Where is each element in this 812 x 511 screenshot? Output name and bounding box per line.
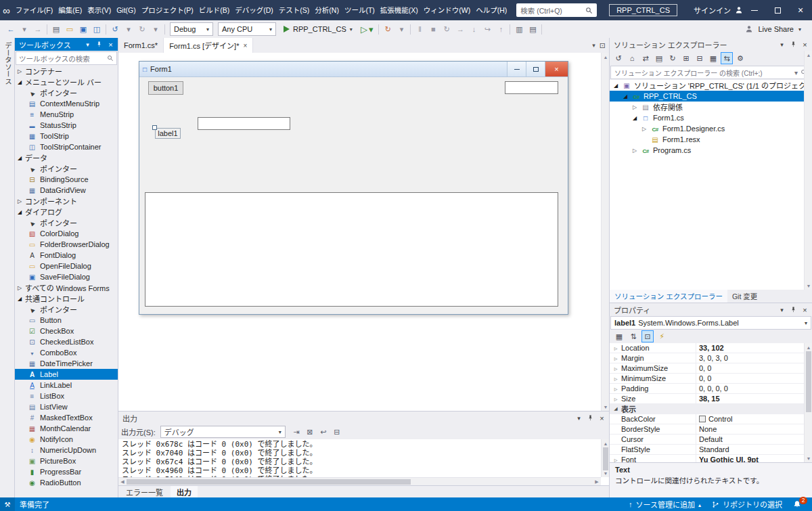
window-position-icon[interactable] [83,41,92,48]
step-out-icon[interactable]: ↑ [494,22,508,36]
switch-views-icon[interactable]: ⇄ [639,52,652,64]
output-horizontal-scrollbar[interactable]: ◀ ▶ [118,477,601,485]
solution-explorer-scrollbar[interactable]: ▲ ▼ [804,51,812,290]
selection-handle[interactable] [152,125,157,130]
designer-label1[interactable]: label1 [155,128,181,139]
pin-icon[interactable] [586,415,595,421]
menu-item[interactable]: ツール(T) [342,0,378,20]
solution-configuration-combobox[interactable]: Debug [170,22,213,36]
show-all-files-icon[interactable]: ▦ [707,52,719,64]
toolbox-item-contextmenustrip[interactable]: ContextMenuStrip [15,98,118,109]
prop-row-minimumsize[interactable]: MinimumSize 0, 0 [610,374,804,384]
collapse-messages-icon[interactable]: ⊟ [331,426,343,438]
hot-reload-icon[interactable]: ↻ [381,22,394,36]
close-icon[interactable] [106,41,115,49]
tree-node-project[interactable]: RPP_CTRL_CS [610,91,812,102]
navigate-back-icon[interactable]: ← [4,22,18,36]
pin-icon[interactable] [789,307,798,313]
toolbox-item-datagridview[interactable]: DataGridView [15,185,118,196]
start-debugging-button[interactable]: RPP_CTRL_CS [279,22,357,37]
toolbox-item-pointer[interactable]: ポインター [15,304,118,315]
expander-icon[interactable] [633,104,640,110]
expander-icon[interactable] [612,376,620,381]
tab-solution-explorer[interactable]: ソリューション エクスプローラー [610,290,727,303]
toolbox-item-monthcalendar[interactable]: MonthCalendar [15,423,118,434]
expander-icon[interactable] [612,386,620,391]
undo-icon[interactable]: ↺ [108,22,122,36]
refresh-icon[interactable]: ↻ [667,52,679,64]
navigate-forward-icon[interactable]: → [31,22,45,36]
notifications-button[interactable]: 2 [793,500,801,508]
toolbox-item-checkedlistbox[interactable]: CheckedListBox [15,336,118,347]
alphabetical-icon[interactable]: ⇅ [627,330,639,342]
toolbox-item-notifyicon[interactable]: NotifyIcon [15,434,118,445]
prop-category-display[interactable]: 表示 [610,404,804,414]
menu-item[interactable]: ビルド(B) [196,0,233,20]
maximize-button[interactable] [766,0,789,20]
properties-scrollbar[interactable]: ▲ ▼ [804,343,812,462]
sign-in-button[interactable]: サインイン [694,5,743,16]
menu-item[interactable]: Git(G) [114,0,139,20]
prop-row-location[interactable]: Location 33, 102 [610,343,804,353]
scroll-down-icon[interactable]: ▼ [602,403,609,411]
pin-icon[interactable] [95,41,104,47]
close-icon[interactable] [597,414,606,422]
expander-icon[interactable] [612,458,620,462]
global-search-input[interactable]: 検索 (Ctrl+Q) [516,3,597,17]
sync-active-document-icon[interactable]: ⇆ [721,52,733,64]
toolbox-item-combobox[interactable]: ComboBox [15,347,118,358]
open-folder-icon[interactable]: ▭ [63,22,76,36]
scrollbar-thumb[interactable] [603,447,608,470]
home-icon[interactable]: ⌂ [626,52,638,64]
select-repository-button[interactable]: リポジトリの選択 [712,499,782,510]
data-sources-tab[interactable]: データソース [3,38,14,85]
window-options-icon[interactable] [600,41,606,50]
restart-icon[interactable]: ↻ [440,22,453,36]
menu-item[interactable]: デバッグ(D) [232,0,276,20]
toolbox-category-dialogs[interactable]: ダイアログ [15,206,118,217]
close-icon[interactable] [800,306,809,314]
menu-item[interactable]: 分析(N) [312,0,342,20]
menu-item[interactable]: 編集(E) [55,0,85,20]
new-project-icon[interactable]: ▤ [49,22,63,36]
toolbox-category-menus-toolbars[interactable]: メニューとツール バー [15,76,118,87]
nest-files-icon[interactable]: ⊞ [680,52,692,64]
menu-item[interactable]: ヘルプ(H) [473,0,510,20]
designer-textbox-top-right[interactable] [505,81,558,94]
toolbox-category-all-windows-forms[interactable]: すべての Windows Forms [15,282,118,293]
toolbox-item-picturebox[interactable]: PictureBox [15,456,118,466]
close-button[interactable] [789,0,812,20]
menu-item[interactable]: プロジェクト(P) [139,0,196,20]
toolbox-item-folderbrowserdialog[interactable]: FolderBrowserDialog [15,239,118,250]
prop-row-font[interactable]: Font Yu Gothic UI, 9pt [610,455,804,462]
tree-node-form1-designer[interactable]: Form1.Designer.cs [610,123,812,134]
save-all-icon[interactable]: ◫ [90,22,104,36]
toolbox-category-components[interactable]: コンポーネント [15,196,118,206]
start-without-debugging-button[interactable] [358,24,376,35]
step-over-icon[interactable]: ↪ [480,22,494,36]
menu-item[interactable]: ファイル(F) [13,0,55,20]
properties-view-icon[interactable]: ⊡ [641,330,654,342]
expander-icon[interactable] [612,397,620,401]
toolbox-item-colordialog[interactable]: ColorDialog [15,228,118,239]
toolbox-item-bindingsource[interactable]: BindingSource [15,174,118,185]
scroll-down-icon[interactable]: ▼ [805,282,812,290]
tree-node-program[interactable]: Program.cs [610,145,812,156]
pin-icon[interactable] [789,41,798,47]
toolbox-item-label[interactable]: Label [15,369,118,380]
expander-icon[interactable] [612,406,620,412]
prop-row-cursor[interactable]: Cursor Default [610,435,804,445]
tab-error-list[interactable]: エラー一覧 [120,486,169,497]
designer-panel[interactable] [145,192,558,307]
background-tasks-icon[interactable] [0,497,15,511]
toolbox-item-pointer[interactable]: ポインター [15,217,118,228]
designer-textbox-middle[interactable] [198,117,290,130]
prop-row-padding[interactable]: Padding 0, 0, 0, 0 [610,384,804,394]
output-vertical-scrollbar[interactable]: ▲ ▼ [601,439,609,477]
expander-icon[interactable] [642,126,650,132]
toolbox-item-radiobutton[interactable]: RadioButton [15,477,118,488]
undo-caret-icon[interactable]: ▾ [122,22,135,36]
toolbox-item-checkbox[interactable]: CheckBox [15,326,118,336]
output-source-combobox[interactable]: デバッグ [160,426,286,438]
toolbox-item-menustrip[interactable]: MenuStrip [15,109,118,120]
